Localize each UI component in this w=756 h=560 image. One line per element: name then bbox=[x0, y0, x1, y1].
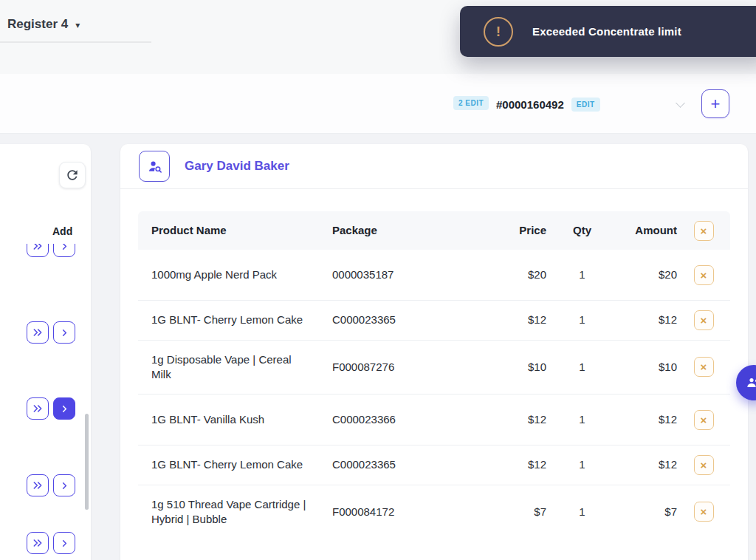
package-cell: 0000035187 bbox=[319, 250, 444, 300]
column-header-package: Package bbox=[319, 223, 444, 238]
price-cell: $20 bbox=[444, 250, 546, 300]
chevron-right-icon bbox=[59, 480, 70, 491]
chevron-right-icon bbox=[59, 403, 70, 414]
sidebar-scrollbar[interactable] bbox=[85, 414, 89, 510]
amount-cell: $20 bbox=[618, 250, 677, 300]
table-row: 1000mg Apple Nerd Pack0000035187$201$20× bbox=[138, 250, 730, 301]
product-name-cell: 1G BLNT- Cherry Lemon Cake bbox=[138, 301, 319, 339]
add-order-button[interactable]: + bbox=[701, 89, 729, 118]
remove-item-button[interactable]: × bbox=[694, 502, 714, 522]
sidebar-add-row bbox=[27, 532, 75, 554]
add-all-button[interactable] bbox=[27, 321, 49, 344]
chevron-down-icon bbox=[676, 98, 685, 108]
cart-table: Product Name Package Price Qty Amount × … bbox=[138, 211, 730, 539]
toast-notification: ! Exceeded Concentrate limit bbox=[460, 6, 756, 57]
table-row: 1G BLNT- Vanilla KushC000023366$121$12× bbox=[138, 395, 730, 445]
double-chevron-right-icon bbox=[32, 479, 44, 491]
amount-cell: $10 bbox=[618, 348, 677, 386]
qty-cell: 1 bbox=[546, 301, 618, 339]
product-name-cell: 1000mg Apple Nerd Pack bbox=[138, 250, 319, 300]
order-edit-badge: EDIT bbox=[571, 98, 600, 112]
qty-cell: 1 bbox=[546, 445, 618, 484]
qty-cell: 1 bbox=[546, 493, 618, 531]
remove-all-button[interactable]: × bbox=[694, 221, 714, 241]
package-cell: F000084172 bbox=[319, 493, 444, 531]
order-number-select[interactable]: #0000160492 EDIT bbox=[487, 89, 693, 120]
sidebar-add-row bbox=[27, 321, 75, 344]
qty-cell: 1 bbox=[546, 348, 618, 386]
warning-icon: ! bbox=[484, 17, 513, 47]
column-header-amount: Amount bbox=[618, 223, 677, 238]
double-chevron-right-icon bbox=[32, 403, 44, 414]
user-search-icon bbox=[146, 158, 163, 175]
double-chevron-right-icon bbox=[32, 537, 44, 549]
package-cell: C000023365 bbox=[319, 445, 444, 484]
add-one-button[interactable] bbox=[53, 474, 75, 496]
table-row: 1G BLNT- Cherry Lemon CakeC000023365$121… bbox=[138, 445, 730, 485]
remove-item-button[interactable]: × bbox=[694, 455, 714, 475]
cart-table-header: Product Name Package Price Qty Amount × bbox=[138, 211, 730, 250]
refresh-button[interactable] bbox=[59, 162, 86, 188]
people-icon bbox=[745, 374, 756, 392]
price-cell: $12 bbox=[444, 445, 546, 484]
remove-item-button[interactable]: × bbox=[694, 310, 714, 330]
package-cell: C000023365 bbox=[319, 301, 444, 339]
chevron-right-icon bbox=[59, 538, 70, 549]
product-name-cell: 1G BLNT- Vanilla Kush bbox=[138, 395, 319, 445]
amount-cell: $12 bbox=[618, 445, 677, 484]
table-row: 1g Disposable Vape | Cereal MilkF0000872… bbox=[138, 341, 730, 395]
price-cell: $7 bbox=[444, 493, 546, 531]
add-all-button[interactable] bbox=[27, 397, 49, 420]
cart-rows: 1000mg Apple Nerd Pack0000035187$201$20×… bbox=[138, 250, 730, 539]
price-cell: $10 bbox=[444, 348, 546, 386]
customer-name[interactable]: Gary David Baker bbox=[185, 159, 289, 174]
price-cell: $12 bbox=[444, 395, 546, 445]
column-header-price: Price bbox=[444, 223, 546, 238]
sidebar-add-row bbox=[27, 397, 75, 420]
double-chevron-right-icon bbox=[32, 327, 44, 338]
remove-item-button[interactable]: × bbox=[694, 357, 714, 377]
products-panel: Add bbox=[0, 144, 91, 560]
product-name-cell: 1G BLNT- Cherry Lemon Cake bbox=[138, 445, 319, 484]
package-cell: C000023366 bbox=[319, 395, 444, 445]
remove-item-button[interactable]: × bbox=[694, 410, 714, 430]
product-name-cell: 1g Disposable Vape | Cereal Milk bbox=[138, 341, 319, 395]
amount-cell: $12 bbox=[618, 301, 677, 339]
sidebar-add-row bbox=[27, 244, 75, 257]
add-column-header: Add bbox=[52, 225, 72, 237]
double-chevron-right-icon bbox=[32, 244, 44, 252]
qty-cell: 1 bbox=[546, 250, 618, 300]
column-header-qty: Qty bbox=[546, 223, 618, 238]
add-one-button[interactable] bbox=[53, 397, 75, 420]
add-one-button[interactable] bbox=[53, 532, 75, 554]
register-selector[interactable]: Register 4 ▾ bbox=[7, 12, 80, 37]
remove-item-button[interactable]: × bbox=[694, 265, 714, 285]
qty-cell: 1 bbox=[546, 395, 618, 445]
add-one-button[interactable] bbox=[53, 244, 75, 257]
sidebar-row-list bbox=[0, 244, 91, 560]
cart-header: Gary David Baker bbox=[120, 144, 748, 189]
app: Register 4 ▾ ! Exceeded Concentrate limi… bbox=[0, 0, 756, 560]
caret-down-icon: ▾ bbox=[75, 20, 80, 30]
amount-cell: $12 bbox=[618, 395, 677, 445]
column-header-product: Product Name bbox=[138, 223, 319, 238]
chevron-right-icon bbox=[59, 327, 70, 338]
cart-card: Gary David Baker Product Name Package Pr… bbox=[120, 144, 748, 560]
register-label: Register 4 bbox=[7, 17, 68, 32]
amount-cell: $7 bbox=[618, 493, 677, 531]
price-cell: $12 bbox=[444, 301, 546, 339]
sidebar-add-row bbox=[27, 474, 75, 496]
add-all-button[interactable] bbox=[27, 244, 49, 257]
customer-search-button[interactable] bbox=[139, 151, 170, 182]
register-underline bbox=[0, 41, 151, 43]
order-number: #0000160492 bbox=[496, 98, 564, 111]
toast-message: Exceeded Concentrate limit bbox=[532, 25, 681, 38]
refresh-icon bbox=[65, 168, 80, 182]
add-one-button[interactable] bbox=[53, 321, 75, 344]
add-all-button[interactable] bbox=[27, 474, 49, 496]
table-row: 1G BLNT- Cherry Lemon CakeC000023365$121… bbox=[138, 301, 730, 340]
product-name-cell: 1g 510 Thread Vape Cartridge | Hybrid | … bbox=[138, 485, 319, 539]
table-row: 1g 510 Thread Vape Cartridge | Hybrid | … bbox=[138, 485, 730, 539]
add-all-button[interactable] bbox=[27, 532, 49, 554]
chevron-right-icon bbox=[59, 244, 70, 252]
